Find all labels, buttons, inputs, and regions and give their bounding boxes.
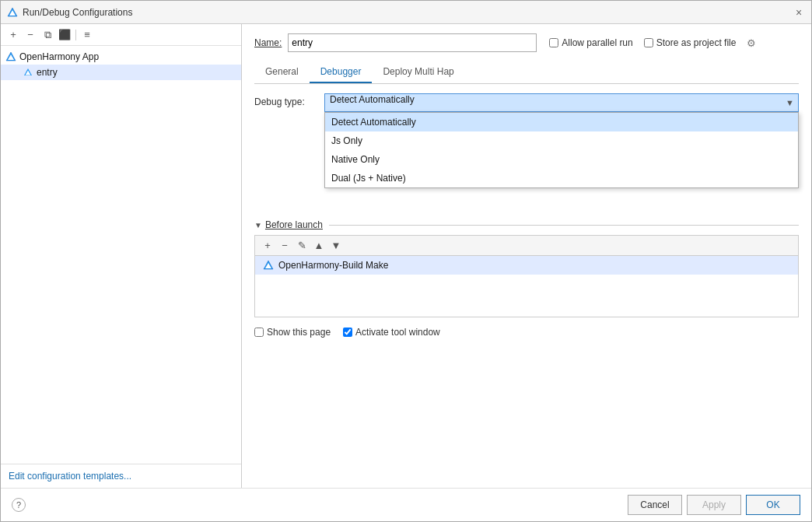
- debug-type-dropdown[interactable]: Detect Automatically: [324, 93, 799, 112]
- move-config-button[interactable]: ⬛: [57, 27, 72, 43]
- sidebar-footer: Edit configuration templates...: [1, 464, 241, 488]
- add-launch-button[interactable]: +: [260, 238, 275, 254]
- sort-config-button[interactable]: ≡: [79, 27, 95, 43]
- dialog-title: Run/Debug Configurations: [23, 7, 132, 18]
- show-page-label[interactable]: Show this page: [254, 327, 331, 338]
- tab-general[interactable]: General: [254, 61, 310, 83]
- store-as-project-checkbox[interactable]: [644, 38, 653, 47]
- dropdown-list: Detect Automatically Js Only Native Only…: [324, 112, 799, 188]
- before-launch-list: OpenHarmony-Build Make: [254, 255, 799, 317]
- sidebar-tree: OpenHarmony App entry: [1, 46, 241, 464]
- tree-child-label: entry: [37, 67, 58, 78]
- dialog-icon: [7, 7, 18, 18]
- toolbar-separator: [75, 30, 76, 40]
- edit-templates-link[interactable]: Edit configuration templates...: [9, 471, 131, 482]
- right-panel: Name: Allow parallel run Store as projec…: [242, 24, 811, 488]
- cancel-button[interactable]: Cancel: [628, 495, 682, 515]
- allow-parallel-label[interactable]: Allow parallel run: [549, 37, 632, 48]
- name-input[interactable]: [288, 33, 537, 52]
- help-icon[interactable]: ?: [12, 498, 26, 512]
- tree-parent-label: OpenHarmony App: [19, 51, 99, 62]
- before-launch-header: ▼ Before launch: [254, 219, 799, 230]
- before-launch-section: ▼ Before launch + − ✎ ▲ ▼: [254, 213, 799, 317]
- option-js-only[interactable]: Js Only: [325, 131, 798, 150]
- edit-launch-button[interactable]: ✎: [294, 238, 310, 254]
- option-native-only[interactable]: Native Only: [325, 150, 798, 169]
- sidebar-toolbar: + − ⧉ ⬛ ≡: [1, 24, 241, 46]
- sidebar: + − ⧉ ⬛ ≡ OpenHarmony App: [1, 24, 242, 488]
- remove-config-button[interactable]: −: [23, 27, 38, 43]
- bottom-buttons-bar: ? Cancel Apply OK: [1, 488, 811, 521]
- name-label: Name:: [254, 37, 282, 48]
- openharmony-app-icon: [5, 51, 16, 62]
- activate-window-label[interactable]: Activate tool window: [343, 327, 440, 338]
- main-content: + − ⧉ ⬛ ≡ OpenHarmony App: [1, 24, 811, 488]
- launch-item-label: OpenHarmony-Build Make: [278, 260, 388, 271]
- gear-icon[interactable]: ⚙: [747, 37, 756, 49]
- name-row: Name: Allow parallel run Store as projec…: [254, 33, 799, 52]
- move-up-launch-button[interactable]: ▲: [311, 238, 327, 254]
- tab-deploy-multi-hap[interactable]: Deploy Multi Hap: [372, 61, 464, 83]
- option-detect-automatically[interactable]: Detect Automatically: [325, 113, 798, 131]
- launch-item-icon: [263, 260, 274, 271]
- add-config-button[interactable]: +: [5, 27, 21, 43]
- entry-icon: [23, 67, 33, 78]
- show-page-checkbox[interactable]: [254, 328, 264, 337]
- tabs-bar: General Debugger Deploy Multi Hap: [254, 61, 799, 84]
- copy-config-button[interactable]: ⧉: [40, 27, 55, 43]
- remove-launch-button[interactable]: −: [277, 238, 292, 254]
- before-launch-title: Before launch: [265, 219, 323, 230]
- tree-parent-openharmony[interactable]: OpenHarmony App: [1, 49, 241, 65]
- section-collapse-icon[interactable]: ▼: [254, 221, 262, 229]
- move-down-launch-button[interactable]: ▼: [328, 238, 344, 254]
- debug-type-dropdown-wrapper: Detect Automatically ▼ Detect Automatica…: [324, 93, 799, 112]
- name-options: Allow parallel run Store as project file…: [549, 37, 756, 49]
- bottom-checkboxes: Show this page Activate tool window: [254, 327, 799, 338]
- run-debug-dialog: Run/Debug Configurations × + − ⧉ ⬛ ≡: [0, 0, 812, 522]
- section-divider: [329, 225, 799, 226]
- ok-button[interactable]: OK: [746, 495, 800, 515]
- debug-type-row: Debug type: Detect Automatically ▼ Detec…: [254, 93, 799, 112]
- launch-item[interactable]: OpenHarmony-Build Make: [255, 256, 798, 275]
- apply-button[interactable]: Apply: [687, 495, 741, 515]
- tab-debugger[interactable]: Debugger: [310, 61, 373, 83]
- close-button[interactable]: ×: [793, 6, 805, 19]
- activate-window-checkbox[interactable]: [343, 328, 352, 337]
- option-dual-js-native[interactable]: Dual (Js + Native): [325, 169, 798, 187]
- tree-child-entry[interactable]: entry: [1, 65, 241, 80]
- store-as-project-label[interactable]: Store as project file: [644, 37, 737, 48]
- allow-parallel-checkbox[interactable]: [549, 38, 558, 47]
- before-launch-toolbar: + − ✎ ▲ ▼: [254, 235, 799, 255]
- debug-type-label: Debug type:: [254, 93, 317, 107]
- title-bar: Run/Debug Configurations ×: [1, 1, 811, 24]
